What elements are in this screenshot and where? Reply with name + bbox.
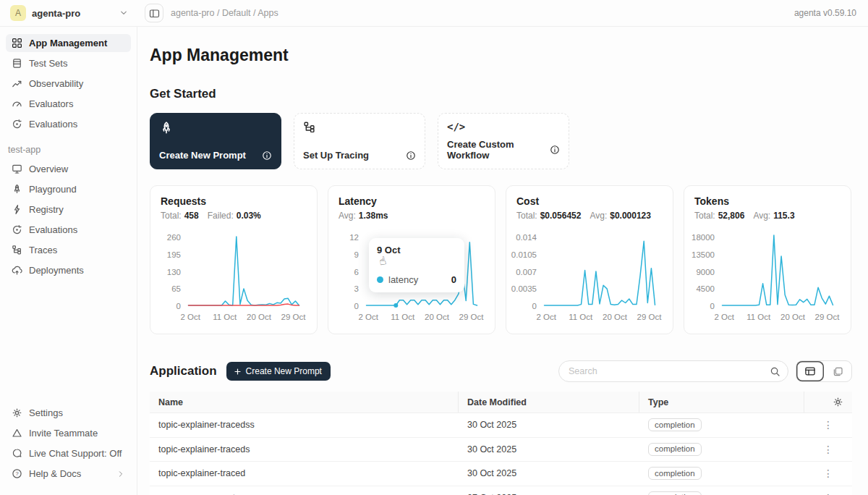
sidebar-item-label: Evaluations <box>29 224 77 235</box>
sidebar-item-label: Help & Docs <box>29 468 81 479</box>
create-new-prompt-card[interactable]: Create New Prompt <box>150 113 281 169</box>
table-row[interactable]: topic-explainer-tracedss 30 Oct 2025 com… <box>150 413 852 438</box>
code-icon: </> <box>447 121 560 132</box>
stats-row: Requests Total:458Failed:0.03% 260195130… <box>150 185 852 334</box>
stat-summary: Total:$0.056452Avg:$0.000123 <box>516 211 663 221</box>
info-icon[interactable] <box>550 145 560 155</box>
stat-pair: Failed:0.03% <box>208 211 261 221</box>
y-axis-labels: 0.0140.01050.0070.00350 <box>516 231 542 308</box>
create-new-prompt-button[interactable]: Create New Prompt <box>226 362 331 381</box>
workspace-switcher[interactable]: A agenta-pro <box>0 0 137 26</box>
lightning-icon <box>12 204 22 215</box>
chart-plot[interactable] <box>542 231 657 308</box>
table-row[interactable]: topic-explainer-traceds 30 Oct 2025 comp… <box>150 438 852 462</box>
app-type-badge: completion <box>648 467 702 480</box>
sidebar-item-label: Invite Teammate <box>29 428 98 439</box>
gauge-icon <box>12 98 22 109</box>
card-label: Create New Prompt <box>159 150 246 161</box>
sidebar-item-label: Deployments <box>29 265 84 276</box>
sidebar-item-evaluations-app[interactable]: Evaluations <box>6 221 131 239</box>
traces-icon <box>303 121 416 134</box>
column-header-name[interactable]: Name <box>150 392 459 412</box>
refresh-circle-icon <box>12 119 22 130</box>
workspace-name: agenta-pro <box>32 8 80 19</box>
sidebar-item-label: Overview <box>29 164 68 174</box>
sidebar-item-label: Registry <box>29 204 64 215</box>
requests-chart[interactable]: 2601951306502 Oct11 Oct20 Oct29 Oct <box>161 231 307 323</box>
sidebar-item-evaluators[interactable]: Evaluators <box>6 95 131 113</box>
cloud-upload-icon <box>12 265 22 276</box>
card-view-button[interactable] <box>824 361 851 381</box>
stat-title: Tokens <box>694 195 841 207</box>
row-actions-menu[interactable]: ⋮ <box>813 492 843 495</box>
sidebar-item-playground[interactable]: Playground <box>6 180 131 198</box>
tokens-chart[interactable]: 18000135009000450002 Oct11 Oct20 Oct29 O… <box>694 231 841 323</box>
sidebar-item-traces[interactable]: Traces <box>6 241 131 259</box>
cost-stat-card: Cost Total:$0.056452Avg:$0.000123 0.0140… <box>506 185 673 334</box>
info-icon[interactable] <box>406 151 416 161</box>
stat-title: Requests <box>161 195 307 207</box>
search-input[interactable] <box>569 366 762 376</box>
sidebar-item-deployments[interactable]: Deployments <box>6 261 131 279</box>
sidebar-item-app-management[interactable]: App Management <box>6 34 131 52</box>
chevron-right-icon <box>116 470 125 478</box>
create-custom-workflow-card[interactable]: </> Create Custom Workflow <box>438 113 569 169</box>
table-view-button[interactable] <box>796 361 824 381</box>
sidebar: App Management Test Sets Observability E… <box>0 27 137 495</box>
sidebar-item-overview[interactable]: Overview <box>6 160 131 178</box>
row-actions-menu[interactable]: ⋮ <box>813 444 843 455</box>
app-name: topic-explainer-traced <box>158 468 245 478</box>
stat-pair: Avg:115.3 <box>753 211 794 221</box>
row-actions-menu[interactable]: ⋮ <box>813 419 843 431</box>
plus-icon <box>233 367 242 376</box>
table-row[interactable]: career-assessment 27 Oct 2025 completion… <box>150 486 852 495</box>
column-header-type[interactable]: Type <box>639 392 804 412</box>
stat-summary: Avg:1.38ms <box>339 211 485 221</box>
hand-cursor-icon: ☝ <box>378 253 388 268</box>
card-label: Set Up Tracing <box>303 150 369 161</box>
sidebar-section-label: test-app <box>8 145 131 155</box>
get-started-heading: Get Started <box>150 87 852 101</box>
svg-text:?: ? <box>15 470 18 477</box>
sidebar-collapse-button[interactable] <box>145 4 163 22</box>
cost-chart[interactable]: 0.0140.01050.0070.003502 Oct11 Oct20 Oct… <box>516 231 663 323</box>
button-label: Create New Prompt <box>246 366 322 376</box>
applications-table: Name Date Modified Type topic-explainer-… <box>150 392 852 495</box>
column-settings-gear-icon[interactable] <box>804 392 852 412</box>
stat-title: Latency <box>339 195 485 207</box>
set-up-tracing-card[interactable]: Set Up Tracing <box>294 113 425 169</box>
sidebar-item-observability[interactable]: Observability <box>6 75 131 93</box>
chart-plot[interactable] <box>720 231 835 308</box>
triangle-icon <box>12 428 22 439</box>
monitor-icon <box>12 164 22 174</box>
test-sets-icon <box>12 58 22 69</box>
app-name: topic-explainer-traceds <box>158 444 250 454</box>
sidebar-item-settings[interactable]: Settings <box>6 404 131 422</box>
tooltip-series: latency <box>388 274 418 285</box>
table-body: topic-explainer-tracedss 30 Oct 2025 com… <box>150 413 852 495</box>
info-icon[interactable] <box>262 151 272 161</box>
row-actions-menu[interactable]: ⋮ <box>813 468 843 479</box>
refresh-circle-icon <box>12 224 22 235</box>
sidebar-item-test-sets[interactable]: Test Sets <box>6 54 131 72</box>
search-icon[interactable] <box>762 361 788 381</box>
sidebar-item-live-chat[interactable]: Live Chat Support: Off <box>6 444 131 462</box>
sidebar-item-registry[interactable]: Registry <box>6 200 131 219</box>
chat-bubble-icon <box>12 448 22 459</box>
stat-pair: Total:458 <box>161 211 199 221</box>
help-circle-icon: ? <box>12 468 22 479</box>
sidebar-item-invite-teammate[interactable]: Invite Teammate <box>6 424 131 442</box>
chart-plot[interactable] <box>187 231 301 308</box>
tooltip-value: 0 <box>451 274 456 285</box>
workspace-avatar: A <box>10 5 26 21</box>
app-type-badge: completion <box>648 443 702 456</box>
tokens-stat-card: Tokens Total:52,806Avg:115.3 18000135009… <box>684 185 851 334</box>
sidebar-item-evaluations[interactable]: Evaluations <box>6 115 131 133</box>
stat-pair: Total:52,806 <box>694 211 744 221</box>
sidebar-item-help-docs[interactable]: ? Help & Docs <box>6 465 131 483</box>
sidebar-item-label: Observability <box>29 78 83 89</box>
breadcrumb[interactable]: agenta-pro / Default / Apps <box>171 8 278 18</box>
rocket-icon <box>159 121 272 135</box>
column-header-date-modified[interactable]: Date Modified <box>459 392 639 412</box>
table-row[interactable]: topic-explainer-traced 30 Oct 2025 compl… <box>150 462 852 486</box>
